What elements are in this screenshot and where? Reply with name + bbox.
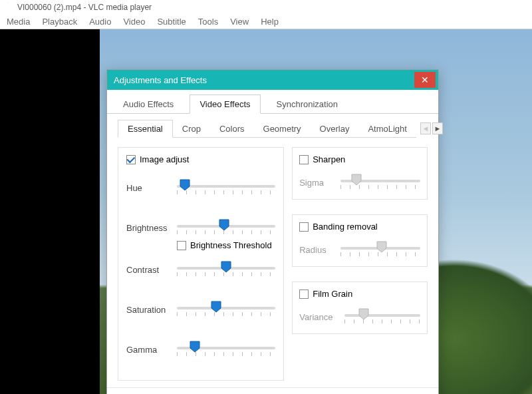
- radius-thumb: [376, 241, 387, 253]
- subtab-atmolight[interactable]: AtmoLight: [358, 120, 416, 137]
- menu-subtitle[interactable]: Subtitle: [157, 17, 186, 27]
- brightness-label: Brightness: [126, 223, 170, 233]
- hue-thumb[interactable]: [180, 179, 190, 191]
- dialog-footer: Close: [107, 387, 438, 394]
- banding-checkbox-row[interactable]: Banding removal: [299, 222, 420, 232]
- saturation-thumb[interactable]: [211, 301, 221, 313]
- saturation-slider[interactable]: [177, 302, 275, 317]
- image-adjust-checkbox[interactable]: [126, 155, 136, 164]
- gamma-slider[interactable]: [177, 342, 275, 357]
- gamma-label: Gamma: [126, 345, 170, 355]
- sharpen-checkbox[interactable]: [299, 155, 309, 164]
- dialog-title: Adjustments and Effects: [114, 75, 207, 85]
- banding-checkbox[interactable]: [299, 222, 309, 232]
- contrast-label: Contrast: [126, 265, 170, 275]
- window-title: VI000060 (2).mp4 - VLC media player: [17, 3, 152, 12]
- tab-audio-effects[interactable]: Audio Effects: [114, 95, 183, 113]
- brightness-slider[interactable]: [177, 220, 275, 235]
- film-grain-checkbox[interactable]: [299, 290, 309, 299]
- contrast-row: Contrast: [126, 262, 275, 277]
- dialog-tabs: Audio Effects Video Effects Synchronizat…: [107, 90, 438, 114]
- svg-marker-7: [359, 309, 368, 319]
- svg-marker-0: [180, 180, 190, 190]
- gamma-row: Gamma: [126, 342, 275, 357]
- banding-group: Banding removal Radius: [292, 214, 428, 267]
- subtab-scroll-right[interactable]: ►: [432, 122, 443, 134]
- menu-view[interactable]: View: [230, 17, 249, 27]
- subtab-scroll-left[interactable]: ◄: [420, 122, 431, 134]
- image-adjust-checkbox-row[interactable]: Image adjust: [126, 154, 275, 164]
- film-grain-group: Film Grain Variance: [292, 282, 428, 334]
- video-effects-subtabs: Essential Crop Colors Geometry Overlay A…: [118, 119, 416, 138]
- subtab-geometry[interactable]: Geometry: [254, 120, 311, 137]
- hue-label: Hue: [126, 183, 170, 193]
- app-titlebar: VI000060 (2).mp4 - VLC media player: [0, 0, 532, 15]
- brightness-thumb[interactable]: [219, 219, 229, 231]
- sharpen-group: Sharpen Sigma: [292, 147, 428, 200]
- sharpen-label: Sharpen: [313, 154, 345, 164]
- brightness-threshold-label: Brightness Threshold: [190, 240, 272, 250]
- film-grain-label: Film Grain: [313, 289, 352, 299]
- right-column: Sharpen Sigma Banding removal: [292, 147, 428, 381]
- essential-panes: Image adjust Hue Brightness: [107, 138, 438, 387]
- image-adjust-label: Image adjust: [140, 154, 189, 164]
- film-grain-checkbox-row[interactable]: Film Grain: [299, 289, 420, 299]
- svg-marker-6: [377, 242, 386, 252]
- svg-marker-3: [211, 301, 221, 312]
- effects-dialog: Adjustments and Effects ✕ Audio Effects …: [106, 69, 439, 394]
- tab-video-effects[interactable]: Video Effects: [190, 95, 260, 114]
- brightness-row: Brightness: [126, 220, 275, 235]
- hue-slider[interactable]: [177, 180, 275, 195]
- svg-marker-2: [221, 262, 231, 272]
- radius-row: Radius: [299, 242, 420, 257]
- sigma-row: Sigma: [299, 175, 420, 190]
- vlc-cone-icon: [4, 3, 13, 12]
- hue-row: Hue: [126, 180, 275, 195]
- variance-slider: [344, 309, 420, 324]
- sigma-slider: [340, 175, 420, 190]
- svg-marker-1: [219, 220, 229, 230]
- menu-tools[interactable]: Tools: [198, 17, 218, 27]
- subtab-crop[interactable]: Crop: [173, 120, 210, 137]
- variance-label: Variance: [299, 312, 338, 322]
- menu-playback[interactable]: Playback: [42, 17, 77, 27]
- variance-row: Variance: [299, 309, 420, 324]
- variance-thumb: [358, 308, 369, 320]
- saturation-label: Saturation: [126, 305, 170, 315]
- video-stage: Adjustments and Effects ✕ Audio Effects …: [0, 29, 532, 394]
- menu-help[interactable]: Help: [261, 17, 279, 27]
- app-menubar: Media Playback Audio Video Subtitle Tool…: [0, 15, 532, 29]
- image-adjust-group: Image adjust Hue Brightness: [118, 147, 284, 381]
- radius-label: Radius: [299, 245, 334, 255]
- dialog-close-button[interactable]: ✕: [414, 72, 436, 88]
- radius-slider: [340, 242, 420, 257]
- brightness-threshold-checkbox[interactable]: [177, 241, 186, 250]
- subtab-essential[interactable]: Essential: [118, 120, 173, 138]
- sigma-thumb: [351, 174, 362, 186]
- svg-marker-4: [190, 341, 200, 352]
- banding-label: Banding removal: [313, 222, 378, 232]
- sigma-label: Sigma: [299, 178, 334, 188]
- letterbox-left: [0, 29, 100, 394]
- contrast-thumb[interactable]: [221, 261, 231, 273]
- menu-audio[interactable]: Audio: [89, 17, 111, 27]
- brightness-threshold-row[interactable]: Brightness Threshold: [177, 240, 275, 250]
- menu-video[interactable]: Video: [123, 17, 145, 27]
- subtab-overlay[interactable]: Overlay: [311, 120, 359, 137]
- svg-marker-5: [352, 174, 361, 185]
- subtab-colors[interactable]: Colors: [210, 120, 254, 137]
- gamma-thumb[interactable]: [190, 341, 200, 353]
- menu-media[interactable]: Media: [7, 17, 30, 27]
- sharpen-checkbox-row[interactable]: Sharpen: [299, 154, 420, 164]
- tab-synchronization[interactable]: Synchronization: [267, 95, 348, 113]
- close-icon: ✕: [421, 75, 429, 85]
- dialog-titlebar[interactable]: Adjustments and Effects ✕: [107, 70, 438, 90]
- subtabs-row: Essential Crop Colors Geometry Overlay A…: [107, 114, 438, 138]
- saturation-row: Saturation: [126, 302, 275, 317]
- subtab-scroll: ◄ ►: [420, 122, 443, 134]
- contrast-slider[interactable]: [177, 262, 275, 277]
